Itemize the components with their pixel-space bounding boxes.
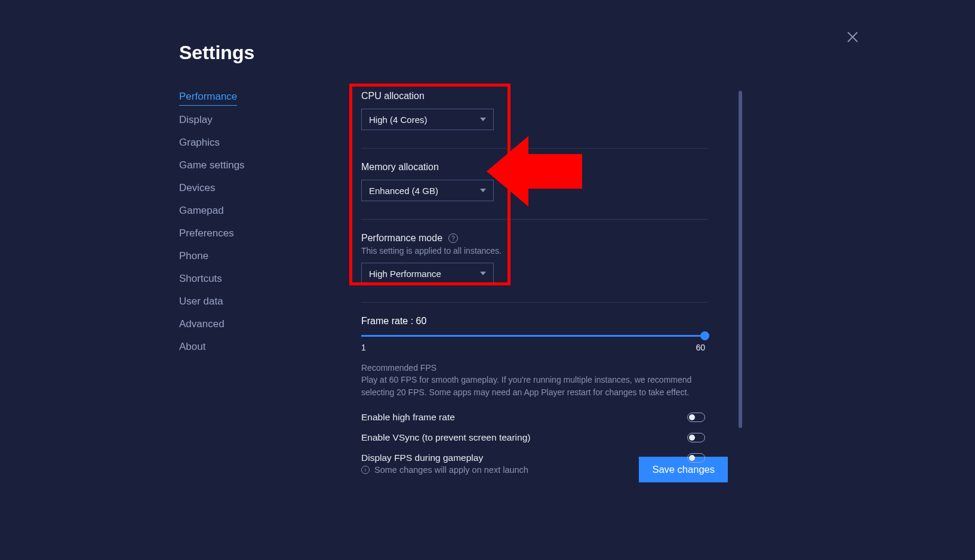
close-icon (847, 31, 859, 43)
toggle-knob (689, 435, 695, 441)
performance-mode-value: High Performance (369, 269, 441, 279)
divider (361, 302, 708, 303)
toggle-label: Enable high frame rate (361, 412, 455, 423)
performance-mode-section: Performance mode ? This setting is appli… (361, 233, 731, 284)
toggle-vsync[interactable] (687, 433, 705, 442)
toggle-high-frame-rate[interactable] (687, 413, 705, 422)
scrollbar[interactable] (739, 91, 742, 428)
sidebar-item-phone[interactable]: Phone (179, 250, 275, 264)
sidebar-item-advanced[interactable]: Advanced (179, 318, 275, 333)
sidebar-item-game-settings[interactable]: Game settings (179, 159, 275, 174)
frame-rate-slider[interactable] (361, 335, 705, 337)
sidebar-item-performance[interactable]: Performance (179, 91, 237, 106)
toggle-knob (689, 414, 695, 420)
cpu-allocation-value: High (4 Cores) (369, 115, 427, 125)
chevron-down-icon (480, 272, 486, 275)
performance-mode-hint: This setting is applied to all instances… (361, 246, 731, 256)
memory-allocation-section: Memory allocation Enhanced (4 GB) (361, 162, 731, 201)
sidebar-item-about[interactable]: About (179, 341, 275, 355)
footer-note: i Some changes will apply on next launch (361, 465, 528, 475)
sidebar-item-display[interactable]: Display (179, 114, 275, 128)
frame-rate-section: Frame rate : 60 1 60 Recommended FPS Pla… (361, 316, 731, 463)
cpu-allocation-label: CPU allocation (361, 91, 731, 101)
memory-allocation-label: Memory allocation (361, 162, 731, 173)
toggle-vsync-row: Enable VSync (to prevent screen tearing) (361, 432, 705, 443)
memory-allocation-value: Enhanced (4 GB) (369, 186, 438, 196)
sidebar-item-devices[interactable]: Devices (179, 182, 275, 196)
slider-min: 1 (361, 343, 366, 352)
memory-allocation-dropdown[interactable]: Enhanced (4 GB) (361, 180, 494, 201)
sidebar-item-shortcuts[interactable]: Shortcuts (179, 273, 275, 287)
settings-sidebar: Performance Display Graphics Game settin… (179, 91, 275, 482)
toggle-display-fps-row: Display FPS during gameplay (361, 453, 705, 463)
toggle-label: Enable VSync (to prevent screen tearing) (361, 432, 530, 443)
slider-max: 60 (696, 343, 705, 352)
info-icon: i (361, 466, 370, 474)
divider (361, 148, 708, 149)
toggle-high-frame-rate-row: Enable high frame rate (361, 412, 705, 423)
sidebar-item-user-data[interactable]: User data (179, 296, 275, 310)
slider-range: 1 60 (361, 343, 705, 352)
slider-track (361, 335, 705, 337)
frame-rate-label: Frame rate : 60 (361, 316, 731, 327)
cpu-allocation-section: CPU allocation High (4 Cores) (361, 91, 731, 130)
sidebar-item-gamepad[interactable]: Gamepad (179, 205, 275, 219)
page-title: Settings (179, 42, 796, 64)
chevron-down-icon (480, 189, 486, 192)
chevron-down-icon (480, 118, 486, 121)
close-button[interactable] (847, 31, 859, 43)
slider-thumb[interactable] (700, 331, 709, 340)
footer-note-text: Some changes will apply on next launch (374, 465, 528, 475)
recommended-fps-body: Play at 60 FPS for smooth gameplay. If y… (361, 374, 696, 399)
toggle-label: Display FPS during gameplay (361, 453, 483, 463)
cpu-allocation-dropdown[interactable]: High (4 Cores) (361, 109, 494, 130)
toggle-knob (689, 455, 695, 461)
settings-content: CPU allocation High (4 Cores) Memory all… (361, 91, 731, 482)
performance-mode-dropdown[interactable]: High Performance (361, 263, 494, 284)
performance-mode-label: Performance mode (361, 233, 442, 244)
sidebar-item-preferences[interactable]: Preferences (179, 227, 275, 242)
toggle-display-fps[interactable] (687, 453, 705, 463)
settings-window: Settings Performance Display Graphics Ga… (0, 0, 975, 560)
sidebar-item-graphics[interactable]: Graphics (179, 137, 275, 151)
divider (361, 219, 708, 220)
help-icon[interactable]: ? (448, 233, 458, 243)
recommended-fps-title: Recommended FPS (361, 363, 731, 373)
